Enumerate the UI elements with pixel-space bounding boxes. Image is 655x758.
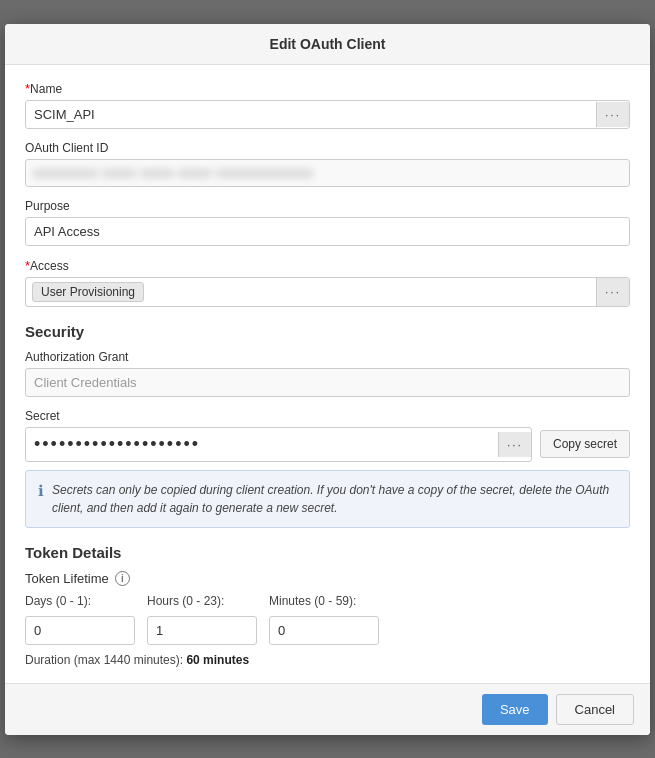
cancel-button[interactable]: Cancel [556,694,634,725]
auth-grant-label: Authorization Grant [25,350,630,364]
duration-text: Duration (max 1440 minutes): 60 minutes [25,653,630,667]
oauth-client-id-value: xxxxxxxx-xxxx-xxxx-xxxx-xxxxxxxxxxxx [25,159,630,187]
secret-dots-icon: ··· [507,438,523,452]
name-input-wrapper: ··· [25,100,630,129]
info-circle-icon: ℹ [38,482,44,500]
modal-title: Edit OAuth Client [270,36,386,52]
name-group: *Name ··· [25,81,630,129]
purpose-label: Purpose [25,199,630,213]
secret-group: Secret ··· Copy secret ℹ Secrets can onl… [25,409,630,528]
name-label: *Name [25,81,630,96]
days-input[interactable] [25,616,135,645]
hours-field: Hours (0 - 23): [147,594,257,645]
minutes-label: Minutes (0 - 59): [269,594,379,608]
modal-header: Edit OAuth Client [5,24,650,65]
hours-input[interactable] [147,616,257,645]
name-options-button[interactable]: ··· [596,102,629,127]
secret-label: Secret [25,409,630,423]
edit-oauth-client-modal: Edit OAuth Client *Name ··· OAuth Client… [5,24,650,735]
secret-options-button[interactable]: ··· [498,432,531,457]
purpose-group: Purpose [25,199,630,246]
token-lifetime-label: Token Lifetime [25,571,109,586]
auth-grant-group: Authorization Grant [25,350,630,397]
days-label: Days (0 - 1): [25,594,135,608]
secret-row: ··· Copy secret [25,427,630,462]
access-dots-icon: ··· [605,285,621,299]
copy-secret-button[interactable]: Copy secret [540,430,630,458]
minutes-input[interactable] [269,616,379,645]
modal-body: *Name ··· OAuth Client ID xxxxxxxx-xxxx-… [5,65,650,683]
modal-footer: Save Cancel [5,683,650,735]
access-options-button[interactable]: ··· [596,278,629,306]
secret-input-wrapper: ··· [25,427,532,462]
secret-info-box: ℹ Secrets can only be copied during clie… [25,470,630,528]
token-details-section-title: Token Details [25,544,630,561]
save-button[interactable]: Save [482,694,548,725]
token-lifetime-row: Token Lifetime i [25,571,630,586]
oauth-client-id-group: OAuth Client ID xxxxxxxx-xxxx-xxxx-xxxx-… [25,141,630,187]
secret-info-text: Secrets can only be copied during client… [52,481,617,517]
purpose-input[interactable] [25,217,630,246]
days-field: Days (0 - 1): [25,594,135,645]
secret-input[interactable] [26,428,498,461]
access-input-wrapper: User Provisioning ··· [25,277,630,307]
access-tag: User Provisioning [32,282,144,302]
dots-icon: ··· [605,108,621,122]
duration-label: Duration (max 1440 minutes): [25,653,183,667]
oauth-client-id-label: OAuth Client ID [25,141,630,155]
security-section-title: Security [25,323,630,340]
hours-label: Hours (0 - 23): [147,594,257,608]
minutes-field: Minutes (0 - 59): [269,594,379,645]
access-label: *Access [25,258,630,273]
auth-grant-input [25,368,630,397]
oauth-client-id-blurred: xxxxxxxx-xxxx-xxxx-xxxx-xxxxxxxxxxxx [34,166,314,180]
token-lifetime-info-icon[interactable]: i [115,571,130,586]
duration-value: 60 minutes [186,653,249,667]
time-fields: Days (0 - 1): Hours (0 - 23): Minutes (0… [25,594,630,645]
access-group: *Access User Provisioning ··· [25,258,630,307]
name-input[interactable] [26,101,596,128]
